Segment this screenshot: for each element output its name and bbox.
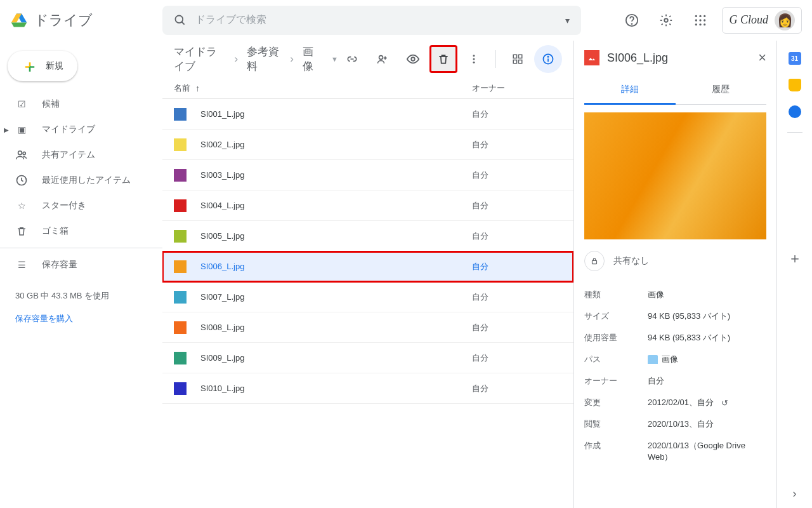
- logo-area[interactable]: ドライブ: [10, 11, 162, 30]
- search-dropdown-icon[interactable]: ▾: [565, 15, 570, 25]
- crumb-2[interactable]: 画像: [303, 44, 320, 74]
- svg-point-7: [704, 15, 705, 17]
- svg-point-14: [18, 151, 22, 155]
- drive-logo-icon: [10, 11, 28, 29]
- view-grid-icon[interactable]: [504, 45, 532, 73]
- svg-rect-29: [593, 260, 597, 264]
- share-status: 共有なし: [584, 251, 766, 271]
- svg-point-20: [473, 58, 475, 60]
- file-name: SI007_L.jpg: [200, 292, 472, 302]
- storage-buy-link[interactable]: 保存容量を購入: [15, 313, 147, 324]
- details-meta: 種類画像 サイズ94 KB (95,833 バイト) 使用容量94 KB (95…: [584, 284, 766, 468]
- svg-rect-25: [519, 60, 522, 64]
- divider: [495, 50, 496, 68]
- calendar-icon[interactable]: 31: [789, 52, 801, 65]
- crumb-1[interactable]: 参考資料: [247, 44, 281, 74]
- file-name: SI004_L.jpg: [200, 201, 472, 210]
- file-row[interactable]: SI006_L.jpg自分: [162, 251, 573, 282]
- file-name: SI010_L.jpg: [200, 384, 472, 393]
- search-icon: [174, 14, 187, 27]
- file-owner: 自分: [472, 383, 488, 394]
- file-row[interactable]: SI001_L.jpg自分: [162, 99, 573, 130]
- get-link-icon[interactable]: [338, 45, 366, 73]
- nav-recent[interactable]: 最近使用したアイテム: [0, 168, 162, 193]
- sidebar: ＋ 新規 ☑候補 ▶▣マイドライブ 共有アイテム 最近使用したアイテム ☆スター…: [0, 41, 162, 508]
- chevron-down-icon[interactable]: ▼: [331, 55, 338, 63]
- col-owner[interactable]: オーナー: [472, 83, 535, 94]
- app-name: ドライブ: [34, 11, 93, 30]
- file-owner: 自分: [472, 291, 488, 303]
- expand-icon[interactable]: ▶: [4, 126, 9, 133]
- crumb-0[interactable]: マイドライブ: [174, 44, 225, 74]
- file-owner: 自分: [472, 200, 488, 211]
- keep-icon[interactable]: [789, 79, 801, 91]
- share-icon[interactable]: [369, 45, 396, 73]
- file-thumb: [174, 138, 187, 151]
- add-app-icon[interactable]: ＋: [788, 249, 802, 268]
- file-row[interactable]: SI003_L.jpg自分: [162, 160, 573, 190]
- header: ドライブ ドライブで検索 ▾ G Cloud 👩: [0, 0, 812, 41]
- file-row[interactable]: SI004_L.jpg自分: [162, 190, 573, 221]
- svg-point-10: [704, 19, 705, 21]
- svg-point-9: [700, 19, 702, 21]
- file-thumb: [174, 108, 187, 121]
- collapse-rail-icon[interactable]: ›: [793, 487, 797, 500]
- file-row[interactable]: SI002_L.jpg自分: [162, 130, 573, 160]
- file-row[interactable]: SI005_L.jpg自分: [162, 221, 573, 251]
- file-thumb: [174, 260, 187, 273]
- storage-icon: ☰: [15, 260, 28, 270]
- file-owner: 自分: [472, 352, 488, 364]
- storage-usage: 30 GB 中 43.3 MB を使用: [15, 290, 147, 302]
- chevron-right-icon: ›: [290, 53, 294, 65]
- svg-point-8: [695, 19, 697, 21]
- close-icon[interactable]: ×: [758, 50, 766, 66]
- help-icon[interactable]: [619, 8, 645, 33]
- settings-icon[interactable]: [653, 8, 679, 33]
- file-name: SI003_L.jpg: [200, 170, 472, 180]
- preview-icon[interactable]: [399, 45, 427, 73]
- new-button[interactable]: ＋ 新規: [8, 51, 77, 81]
- file-owner: 自分: [472, 231, 488, 242]
- folder-icon: [648, 355, 658, 364]
- nav-storage[interactable]: ☰保存容量: [0, 252, 162, 277]
- svg-rect-24: [513, 60, 516, 64]
- history-icon[interactable]: ↺: [721, 398, 728, 408]
- sort-asc-icon: ↑: [195, 83, 200, 93]
- delete-button[interactable]: [429, 45, 457, 73]
- file-row[interactable]: SI010_L.jpg自分: [162, 373, 573, 404]
- nav-shared[interactable]: 共有アイテム: [0, 142, 162, 168]
- nav-my-drive[interactable]: ▶▣マイドライブ: [0, 117, 162, 142]
- file-name: SI005_L.jpg: [200, 231, 472, 241]
- preview-image[interactable]: [584, 112, 766, 239]
- column-headers: 名前↑ オーナー: [162, 77, 573, 99]
- col-name[interactable]: 名前↑: [174, 83, 472, 94]
- file-thumb: [174, 291, 187, 304]
- file-row[interactable]: SI007_L.jpg自分: [162, 282, 573, 312]
- file-name: SI002_L.jpg: [200, 140, 472, 149]
- svg-point-17: [379, 56, 383, 60]
- nav-priority[interactable]: ☑候補: [0, 91, 162, 117]
- main: マイドライブ › 参考資料 › 画像 ▼ 名前↑ オーナー SI00: [162, 41, 573, 508]
- separator: [787, 132, 802, 133]
- nav-trash[interactable]: ゴミ箱: [0, 218, 162, 244]
- file-row[interactable]: SI009_L.jpg自分: [162, 343, 573, 373]
- search-input[interactable]: ドライブで検索: [195, 13, 565, 27]
- tab-history[interactable]: 履歴: [676, 76, 767, 104]
- apps-icon[interactable]: [688, 8, 713, 33]
- file-owner: 自分: [472, 109, 488, 120]
- more-icon[interactable]: [460, 45, 488, 73]
- breadcrumb: マイドライブ › 参考資料 › 画像 ▼: [174, 44, 338, 74]
- info-icon[interactable]: [534, 45, 562, 73]
- tasks-icon[interactable]: [789, 105, 801, 118]
- account-switcher[interactable]: G Cloud 👩: [722, 7, 802, 34]
- file-thumb: [174, 382, 187, 395]
- svg-point-4: [665, 18, 669, 22]
- file-row[interactable]: SI008_L.jpg自分: [162, 312, 573, 343]
- tab-details[interactable]: 詳細: [584, 76, 676, 105]
- avatar[interactable]: 👩: [775, 10, 795, 30]
- svg-point-6: [700, 15, 702, 17]
- svg-rect-23: [519, 55, 522, 58]
- nav-starred[interactable]: ☆スター付き: [0, 193, 162, 218]
- search-box[interactable]: ドライブで検索 ▾: [162, 6, 581, 35]
- file-name: SI006_L.jpg: [200, 262, 472, 271]
